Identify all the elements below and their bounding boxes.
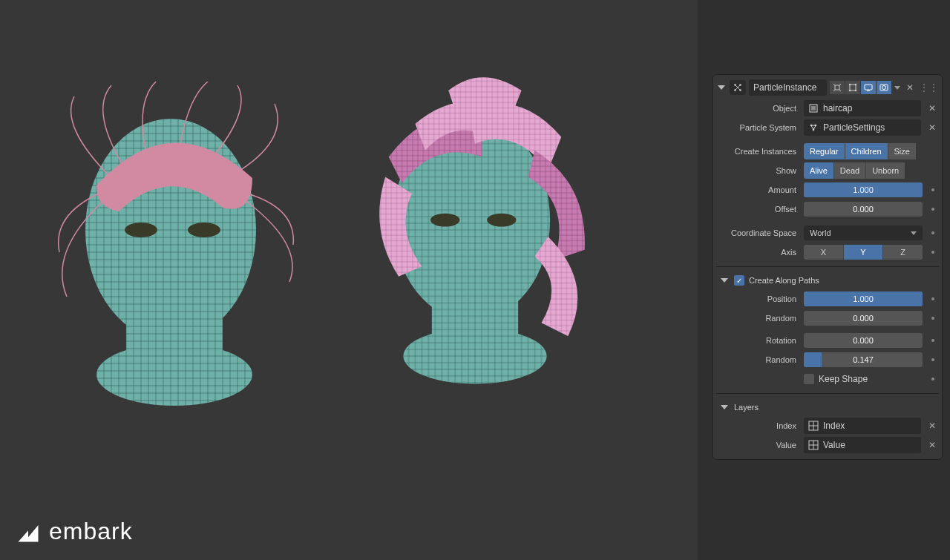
embark-logo: embark bbox=[15, 518, 133, 545]
value-field[interactable]: Value bbox=[804, 437, 921, 453]
particle-system-field[interactable]: ParticleSettings bbox=[804, 119, 921, 136]
coord-space-select[interactable]: World bbox=[804, 225, 923, 240]
viewport-3d[interactable]: embark bbox=[0, 0, 698, 560]
axis-y-button[interactable]: Y bbox=[844, 245, 884, 260]
svg-point-21 bbox=[855, 84, 856, 85]
svg-point-5 bbox=[188, 223, 220, 237]
random-rot-label: Random bbox=[716, 355, 799, 364]
svg-rect-25 bbox=[867, 90, 870, 91]
uv-icon bbox=[808, 421, 819, 431]
object-field[interactable]: haircap bbox=[804, 100, 921, 116]
drag-handle-icon[interactable]: ⋮⋮ bbox=[920, 82, 939, 93]
animate-dot[interactable] bbox=[931, 208, 934, 211]
axis-x-button[interactable]: X bbox=[804, 245, 844, 260]
render-icon[interactable] bbox=[877, 81, 891, 94]
particles-icon bbox=[808, 122, 819, 133]
keep-shape-label: Keep Shape bbox=[819, 374, 868, 384]
random-pos-label: Random bbox=[716, 314, 799, 323]
position-field[interactable]: 1.000 bbox=[804, 291, 923, 306]
random-pos-field[interactable]: 0.000 bbox=[804, 311, 923, 326]
head-model-haircards-right bbox=[349, 67, 601, 393]
svg-point-27 bbox=[882, 86, 886, 90]
show-dead-button[interactable]: Dead bbox=[834, 162, 866, 179]
svg-rect-18 bbox=[835, 85, 839, 90]
modifier-name-input[interactable]: ParticleInstance bbox=[749, 79, 827, 96]
realtime-icon[interactable] bbox=[861, 81, 876, 94]
clear-object-button[interactable]: ✕ bbox=[926, 100, 939, 116]
head-model-wireframe-left bbox=[45, 82, 297, 408]
extras-menu-icon[interactable] bbox=[894, 86, 900, 90]
axis-buttons: X Y Z bbox=[804, 245, 923, 260]
logo-text: embark bbox=[49, 518, 133, 545]
svg-point-13 bbox=[487, 214, 516, 227]
offset-field[interactable]: 0.000 bbox=[804, 202, 923, 217]
expand-icon bbox=[721, 278, 728, 283]
instance-size-button[interactable]: Size bbox=[888, 143, 916, 159]
svg-rect-24 bbox=[865, 85, 872, 90]
animate-dot[interactable] bbox=[931, 317, 934, 320]
index-field[interactable]: Index bbox=[804, 418, 921, 434]
svg-point-20 bbox=[849, 84, 851, 85]
offset-label: Offset bbox=[716, 205, 799, 214]
modifier-header: ParticleInstance ✕ ⋮⋮ bbox=[716, 79, 939, 96]
rotation-field[interactable]: 0.000 bbox=[804, 333, 923, 348]
svg-point-4 bbox=[125, 223, 157, 237]
animate-dot[interactable] bbox=[931, 251, 934, 254]
animate-dot[interactable] bbox=[931, 188, 934, 191]
instance-children-button[interactable]: Children bbox=[845, 143, 888, 159]
keep-shape-checkbox[interactable] bbox=[804, 374, 814, 384]
animate-dot[interactable] bbox=[931, 358, 934, 361]
svg-point-22 bbox=[849, 90, 851, 91]
modifier-display-toggles bbox=[830, 81, 891, 94]
show-label: Show bbox=[716, 166, 799, 175]
show-unborn-button[interactable]: Unborn bbox=[866, 162, 905, 179]
value-label: Value bbox=[716, 441, 799, 449]
uv-icon bbox=[808, 440, 819, 450]
on-cage-icon[interactable] bbox=[830, 81, 845, 94]
create-instances-label: Create Instances bbox=[716, 147, 799, 156]
animate-dot[interactable] bbox=[931, 297, 934, 300]
mesh-icon bbox=[808, 103, 819, 113]
expand-icon[interactable] bbox=[718, 85, 725, 90]
show-alive-button[interactable]: Alive bbox=[804, 162, 834, 179]
svg-rect-29 bbox=[811, 106, 816, 111]
animate-dot[interactable] bbox=[931, 231, 934, 234]
instance-regular-button[interactable]: Regular bbox=[804, 143, 845, 159]
particle-system-label: Particle System bbox=[716, 123, 799, 132]
delete-modifier-button[interactable]: ✕ bbox=[903, 79, 917, 96]
edit-mode-icon[interactable] bbox=[845, 81, 860, 94]
layers-header[interactable]: Layers bbox=[716, 398, 939, 416]
animate-dot[interactable] bbox=[931, 378, 934, 381]
animate-dot[interactable] bbox=[931, 339, 934, 342]
svg-point-23 bbox=[855, 90, 856, 91]
clear-index-button[interactable]: ✕ bbox=[926, 418, 939, 434]
create-along-paths-checkbox[interactable]: ✓ bbox=[734, 275, 744, 286]
position-label: Position bbox=[716, 294, 799, 303]
coord-space-label: Coordinate Space bbox=[716, 228, 799, 237]
modifier-type-icon[interactable] bbox=[730, 80, 746, 95]
index-label: Index bbox=[716, 421, 799, 430]
rotation-label: Rotation bbox=[716, 336, 799, 345]
clear-psys-button[interactable]: ✕ bbox=[926, 119, 939, 136]
amount-field[interactable]: 1.000 bbox=[804, 182, 923, 197]
svg-rect-19 bbox=[850, 85, 856, 90]
object-label: Object bbox=[716, 104, 799, 113]
clear-value-button[interactable]: ✕ bbox=[926, 437, 939, 453]
axis-z-button[interactable]: Z bbox=[883, 245, 923, 260]
create-along-paths-header[interactable]: ✓ Create Along Paths bbox=[716, 271, 939, 289]
modifier-panel: ParticleInstance ✕ ⋮⋮ Object haircap ✕ P… bbox=[712, 74, 943, 460]
expand-icon bbox=[721, 405, 728, 409]
amount-label: Amount bbox=[716, 185, 799, 194]
axis-label: Axis bbox=[716, 248, 799, 257]
random-rot-field[interactable]: 0.147 bbox=[804, 352, 923, 367]
svg-point-12 bbox=[430, 214, 459, 227]
